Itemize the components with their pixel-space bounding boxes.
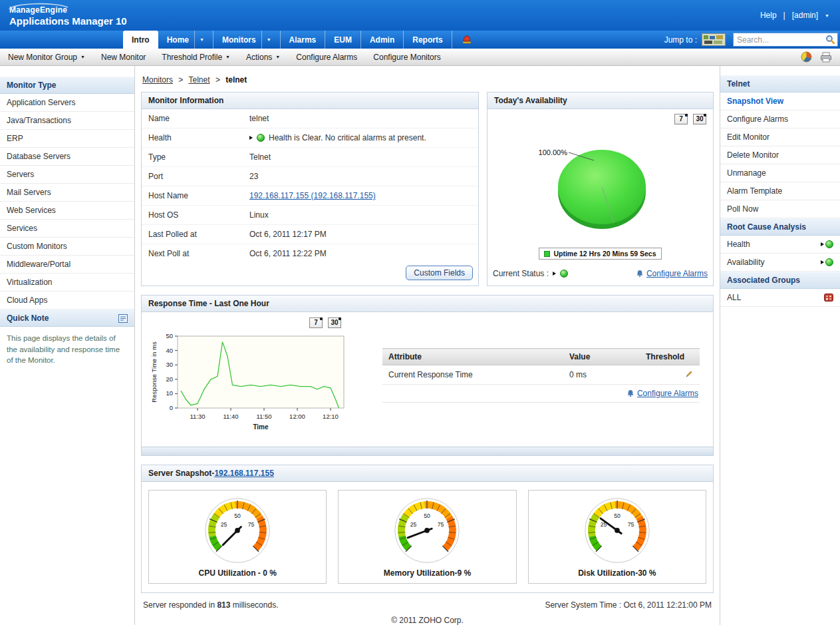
row-label: Last Polled at (142, 225, 243, 244)
group-all-row[interactable]: ALL (720, 289, 840, 307)
server-snapshot-host-link[interactable]: 192.168.117.155 (214, 469, 273, 478)
availability-body: 7 30 (488, 109, 713, 286)
row-label: Host OS (142, 206, 243, 225)
cpu-utilization-gauge: 255075 (149, 494, 326, 568)
configure-alarms-menu[interactable]: Configure Alarms (296, 53, 357, 62)
breadcrumb-telnet-link[interactable]: Telnet (189, 75, 210, 85)
new-monitor-group-menu[interactable]: New Monitor Group▼ (8, 53, 85, 62)
response-configure-alarms-link[interactable]: Configure Alarms (637, 389, 698, 398)
row-value: Health is Clear. No critical alarms at p… (243, 128, 478, 148)
rca-availability-label: Availability (727, 258, 764, 267)
disk-utilization-gauge: 255075 (529, 494, 706, 568)
tab-intro[interactable]: Intro (123, 31, 158, 49)
custom-fields-row: Custom Fields (142, 263, 478, 286)
table-row: Health Health is Clear. No critical alar… (142, 128, 478, 148)
range-7-button[interactable]: 7 (674, 114, 688, 124)
application-window: ManageEngine Applications Manager 10 Hel… (0, 0, 840, 625)
root-cause-analysis-title: Root Cause Analysis (727, 222, 806, 232)
tab-eum[interactable]: EUM (325, 31, 361, 49)
current-status-label: Current Status : (493, 269, 549, 278)
sidebar-item-custom-monitors[interactable]: Custom Monitors (0, 238, 134, 256)
sidebar-item-middleware-portal[interactable]: Middleware/Portal (0, 256, 134, 274)
monitors-dropdown-icon[interactable]: ▼ (261, 31, 271, 49)
todays-availability-panel: Today's Availability 7 30 (487, 92, 714, 286)
row-label: Type (142, 148, 243, 167)
server-snapshot-header: Server Snapshot-192.168.117.155 (142, 465, 713, 482)
tab-reports[interactable]: Reports (404, 31, 452, 49)
top-header: ManageEngine Applications Manager 10 Hel… (0, 0, 840, 31)
tab-home-label: Home (167, 35, 189, 45)
attribute-cell: Current Response Time (382, 365, 563, 385)
horizontal-scrollbar[interactable] (142, 447, 713, 455)
root-cause-analysis-header: Root Cause Analysis (720, 218, 840, 236)
pie-data-label: 100.00% (538, 148, 567, 156)
range-7-button[interactable]: 7 (309, 317, 323, 328)
rca-health-row[interactable]: Health (720, 236, 840, 254)
sidebar-item-erp[interactable]: ERP (0, 130, 134, 148)
associated-groups-title: Associated Groups (727, 276, 800, 285)
availability-configure-alarms-link[interactable]: Configure Alarms (646, 269, 708, 278)
sidebar-item-web-services[interactable]: Web Services (0, 202, 134, 220)
tab-alarms[interactable]: Alarms (281, 31, 326, 49)
edit-monitor-link[interactable]: Edit Monitor (720, 128, 840, 146)
jump-to-stamp-icon[interactable] (702, 33, 726, 46)
todays-availability-header: Today's Availability (488, 93, 713, 109)
table-header-row: Attribute Value Threshold (382, 349, 700, 365)
alarm-template-link[interactable]: Alarm Template (720, 182, 840, 200)
sidebar-item-servers[interactable]: Servers (0, 166, 134, 184)
svg-text:50: 50 (234, 513, 241, 519)
svg-text:12:10: 12:10 (323, 413, 339, 420)
custom-fields-button[interactable]: Custom Fields (406, 266, 473, 280)
logo-swoosh-icon (7, 3, 70, 11)
tab-admin[interactable]: Admin (361, 31, 404, 49)
edit-threshold-icon[interactable] (685, 369, 694, 378)
response-time-body: 0102030405011:3011:4011:5012:0012:10Time… (142, 328, 713, 447)
printer-icon[interactable] (820, 52, 832, 63)
configure-monitors-menu[interactable]: Configure Monitors (373, 53, 440, 62)
home-dropdown-icon[interactable]: ▼ (194, 31, 204, 49)
sidebar-item-application-servers[interactable]: Application Servers (0, 94, 134, 112)
group-all-label: ALL (727, 293, 741, 302)
sidebar-item-mail-servers[interactable]: Mail Servers (0, 184, 134, 202)
availability-pie-chart: 100.00% (489, 126, 712, 244)
help-link[interactable]: Help (760, 11, 777, 20)
delete-monitor-link[interactable]: Delete Monitor (720, 146, 840, 164)
cpu-gauge-label: CPU Utilization - 0 % (149, 568, 326, 578)
status-up-icon (560, 270, 568, 278)
svg-text:50: 50 (424, 513, 431, 519)
admin-menu[interactable]: [admin] (792, 11, 818, 20)
table-row: Host OSLinux (142, 206, 478, 225)
breadcrumb-monitors-link[interactable]: Monitors (142, 75, 173, 85)
new-monitor-button[interactable]: New Monitor (101, 53, 146, 62)
breadcrumb-separator: > (178, 75, 183, 85)
poll-now-link[interactable]: Poll Now (720, 200, 840, 218)
search-icon[interactable] (825, 35, 835, 45)
uptime-legend-swatch (544, 251, 550, 257)
brand-line2: Applications Manager 10 (9, 15, 127, 27)
search-input[interactable] (737, 35, 825, 45)
server-responded-text: Server responded in 813 milliseconds. (143, 600, 278, 610)
sidebar-item-services[interactable]: Services (0, 220, 134, 238)
rca-availability-row[interactable]: Availability (720, 254, 840, 272)
pie-chart-icon[interactable] (801, 51, 812, 63)
arrow-icon (821, 242, 824, 246)
alarm-siren-icon[interactable] (462, 31, 472, 49)
sidebar-item-virtualization[interactable]: Virtualization (0, 274, 134, 292)
svg-text:30: 30 (166, 361, 173, 368)
sidebar-item-java-transactions[interactable]: Java/Transactions (0, 112, 134, 130)
page-footer: Server responded in 813 milliseconds. Se… (141, 593, 714, 610)
snapshot-view-link[interactable]: Snapshot View (720, 93, 840, 110)
tab-home[interactable]: Home▼ (158, 31, 213, 49)
actions-menu[interactable]: Actions▼ (246, 53, 280, 62)
range-30-button[interactable]: 30 (328, 317, 341, 328)
unmanage-link[interactable]: Unmanage (720, 164, 840, 182)
sidebar-item-database-servers[interactable]: Database Servers (0, 148, 134, 166)
threshold-profile-menu[interactable]: Threshold Profile▼ (162, 53, 230, 62)
host-name-link[interactable]: 192.168.117.155 (192.168.117.155) (249, 191, 376, 200)
configure-alarms-link[interactable]: Configure Alarms (720, 110, 840, 128)
sidebar-item-cloud-apps[interactable]: Cloud Apps (0, 292, 134, 310)
monitor-information-table: Nametelnet Health Health is Clear. No cr… (142, 109, 478, 263)
range-30-button[interactable]: 30 (693, 114, 706, 124)
tab-monitors[interactable]: Monitors▼ (213, 31, 281, 49)
chevron-down-icon[interactable]: ▼ (825, 13, 829, 18)
